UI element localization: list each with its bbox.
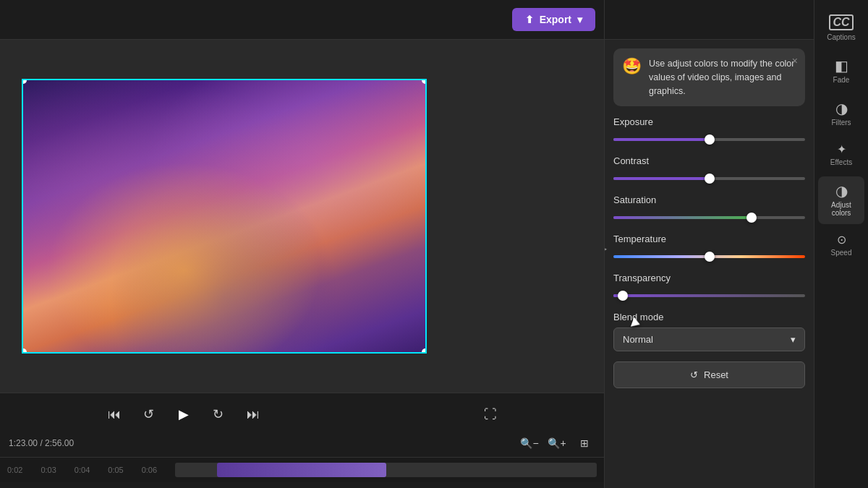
fit-view-button[interactable]: ⊞	[574, 432, 595, 454]
contrast-track	[613, 177, 805, 180]
temperature-slider-group: ▶ Temperature	[613, 234, 805, 264]
zoom-out-button[interactable]: 🔍−	[519, 432, 540, 454]
panel-header-spacer	[605, 0, 814, 40]
exposure-fill	[613, 138, 710, 141]
sidebar-item-speed[interactable]: ⊙ Speed	[818, 227, 864, 264]
speed-label: Speed	[831, 249, 852, 257]
rewind-button[interactable]: ↺	[138, 403, 160, 425]
sidebar-item-adjust-colors[interactable]: ◑ Adjust colors	[818, 176, 864, 224]
exposure-slider-group: Exposure	[613, 116, 805, 147]
timeline-marker-2: 0:03	[41, 466, 56, 474]
playback-controls: ⏮ ↺ ▶ ↻ ⏭ ⛶	[0, 399, 604, 429]
tooltip-text: Use adjust colors to modify the color va…	[649, 57, 796, 98]
saturation-track	[613, 216, 805, 219]
speed-icon: ⊙	[837, 234, 846, 246]
video-canvas	[22, 79, 427, 354]
timeline-clip	[217, 463, 386, 477]
transparency-track-wrapper[interactable]	[613, 288, 805, 303]
saturation-thumb[interactable]	[746, 213, 757, 223]
skip-forward-button[interactable]: ⏭	[242, 403, 264, 425]
sidebar-item-captions[interactable]: CC Captions	[818, 7, 864, 48]
fade-label: Fade	[833, 76, 850, 84]
timeline-track[interactable]	[175, 463, 597, 477]
fade-icon: ◧	[835, 59, 848, 73]
handle-bottom-left[interactable]	[22, 348, 27, 354]
transparency-thumb[interactable]	[618, 291, 628, 301]
temperature-track	[613, 255, 805, 258]
transparency-label: Transparency	[613, 273, 805, 283]
sidebar-item-effects[interactable]: ✦ Effects	[818, 137, 864, 174]
handle-bottom-right[interactable]	[422, 348, 427, 354]
contrast-label: Contrast	[613, 155, 805, 166]
side-icons-panel: CC Captions ◧ Fade ◑ Filters ✦ Effects ◑…	[814, 0, 868, 488]
handle-top-right[interactable]	[422, 79, 427, 84]
header-bar: ⬆ Export ▾	[0, 0, 604, 40]
time-current-group: 1:23.00 / 2:56.00	[9, 438, 74, 448]
captions-icon: CC	[829, 14, 853, 30]
exposure-label: Exposure	[613, 116, 805, 127]
export-button[interactable]: ⬆ Export ▾	[512, 8, 595, 31]
contrast-thumb[interactable]	[705, 174, 715, 184]
export-chevron-icon: ▾	[577, 14, 582, 25]
temperature-track-wrapper[interactable]	[613, 249, 805, 264]
reset-button[interactable]: ↺ Reset	[613, 361, 805, 388]
tooltip-emoji: 🤩	[622, 57, 642, 76]
app-container: ⬆ Export ▾	[0, 0, 868, 488]
timeline-marker-4: 0:05	[108, 466, 123, 474]
reset-icon: ↺	[690, 369, 698, 380]
expand-arrow-icon: ▶	[605, 244, 607, 254]
saturation-label: Saturation	[613, 194, 805, 205]
contrast-fill	[613, 177, 710, 180]
time-current: 1:23.00	[9, 438, 38, 448]
exposure-thumb[interactable]	[705, 134, 715, 145]
editor-area: ⬆ Export ▾	[0, 0, 868, 488]
saturation-slider-group: Saturation	[613, 194, 805, 225]
time-display: 1:23.00 / 2:56.00 🔍− 🔍+ ⊞	[0, 429, 604, 457]
temperature-thumb[interactable]	[705, 252, 715, 262]
sidebar-item-filters[interactable]: ◑ Filters	[818, 94, 864, 134]
time-total: 2:56.00	[45, 438, 74, 448]
video-preview	[0, 40, 604, 393]
timeline: 0:02 0:03 0:04 0:05 0:06	[0, 457, 604, 482]
export-label: Export	[540, 14, 571, 25]
blend-mode-value: Normal	[623, 334, 653, 345]
fast-forward-button[interactable]: ↻	[208, 403, 229, 425]
zoom-controls: 🔍− 🔍+ ⊞	[519, 432, 595, 454]
export-upload-icon: ⬆	[525, 14, 534, 25]
video-section: ⬆ Export ▾	[0, 0, 604, 488]
video-frame	[23, 80, 425, 352]
timeline-marker-3: 0:04	[75, 466, 90, 474]
saturation-fill	[613, 216, 752, 219]
timeline-marker-1: 0:02	[7, 466, 22, 474]
effects-label: Effects	[830, 158, 852, 166]
blend-mode-group: Blend mode Normal ▾	[613, 312, 805, 351]
transparency-track	[613, 294, 805, 297]
timeline-marker-5: 0:06	[142, 466, 157, 474]
exposure-track	[613, 138, 805, 141]
adjust-colors-icon: ◑	[835, 184, 848, 198]
captions-label: Captions	[827, 33, 855, 41]
adjust-panel-content: 🤩 Use adjust colors to modify the color …	[605, 40, 814, 488]
zoom-in-button[interactable]: 🔍+	[546, 432, 568, 454]
blend-mode-select[interactable]: Normal ▾	[613, 328, 805, 351]
contrast-track-wrapper[interactable]	[613, 171, 805, 186]
exposure-track-wrapper[interactable]	[613, 132, 805, 147]
adjust-colors-panel: 🤩 Use adjust colors to modify the color …	[604, 0, 814, 488]
playback-bar: ⏮ ↺ ▶ ↻ ⏭ ⛶ 1:23.00 / 2:56.00 🔍− 🔍+	[0, 393, 604, 488]
tooltip-card: 🤩 Use adjust colors to modify the color …	[613, 48, 805, 106]
contrast-slider-group: Contrast	[613, 155, 805, 186]
reset-label: Reset	[704, 369, 728, 380]
tooltip-close-button[interactable]: ×	[791, 54, 799, 67]
adjust-colors-label: Adjust colors	[824, 201, 859, 217]
filters-icon: ◑	[835, 101, 848, 116]
saturation-track-wrapper[interactable]	[613, 210, 805, 225]
transparency-slider-group: Transparency	[613, 273, 805, 303]
effects-icon: ✦	[837, 144, 846, 155]
play-button[interactable]: ▶	[173, 403, 195, 425]
sidebar-item-fade[interactable]: ◧ Fade	[818, 51, 864, 91]
filters-label: Filters	[831, 119, 851, 127]
blend-mode-label: Blend mode	[613, 312, 805, 322]
fullscreen-button[interactable]: ⛶	[480, 403, 501, 425]
skip-back-button[interactable]: ⏮	[103, 403, 125, 425]
sky-clouds-overlay	[23, 80, 425, 352]
